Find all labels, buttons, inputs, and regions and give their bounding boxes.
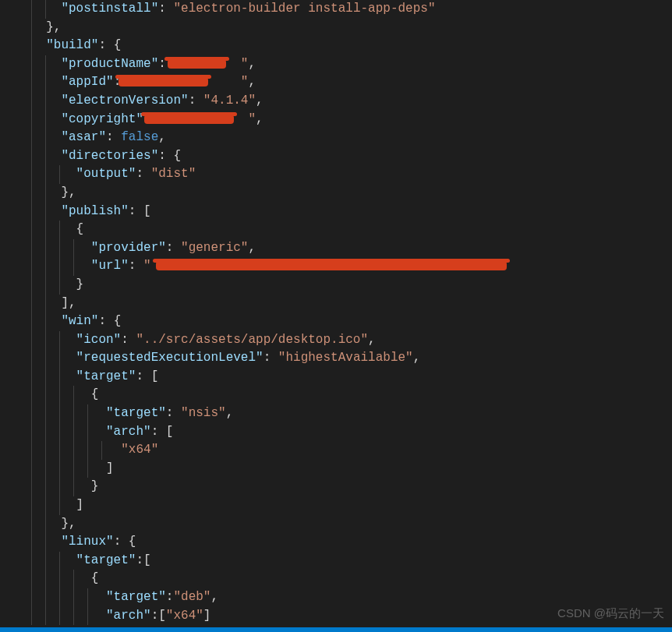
code-line: "icon": "../src/assets/app/desktop.ico", — [31, 331, 672, 350]
code-line: "productName": "C ", — [31, 55, 672, 74]
code-line: "publish": [ — [31, 203, 672, 221]
code-line: "target": "nsis", — [31, 404, 672, 423]
code-line: "postinstall": "electron-builder install… — [31, 0, 672, 19]
code-line: "target": [ — [31, 368, 672, 387]
code-line: "arch": [ — [31, 423, 672, 442]
code-line: "electronVersion": "4.1.4", — [31, 92, 672, 111]
code-line: "win": { — [31, 312, 672, 331]
code-line: "x64" — [31, 441, 672, 460]
code-line: { — [31, 221, 672, 239]
code-line: { — [31, 570, 672, 588]
code-line: "provider": "generic", — [31, 239, 672, 258]
code-line: "asar": false, — [31, 129, 672, 147]
code-line: "arch":["x64"] — [31, 607, 672, 626]
code-line: ] — [31, 460, 672, 478]
code-line: { — [31, 386, 672, 404]
code-line: }, — [31, 515, 672, 534]
code-line: } — [31, 478, 672, 496]
code-line: }, — [31, 184, 672, 203]
code-line: "linux": { — [31, 533, 672, 552]
code-line: ] — [31, 496, 672, 515]
code-line: } — [31, 276, 672, 295]
code-editor[interactable]: "postinstall": "electron-builder install… — [0, 0, 672, 632]
code-line: "target":[ — [31, 552, 672, 570]
status-bar[interactable] — [0, 627, 672, 632]
code-line: "build": { — [31, 37, 672, 55]
code-line: "copyright": " ", — [31, 111, 672, 129]
code-line: "target":"deb", — [31, 588, 672, 607]
code-line: "requestedExecutionLevel": "highestAvail… — [31, 349, 672, 368]
code-line: "appId": " ", — [31, 73, 672, 92]
code-line: "directories": { — [31, 147, 672, 166]
code-line: "output": "dist" — [31, 165, 672, 184]
code-line: }, — [31, 19, 672, 37]
code-line: "url": " " — [31, 257, 672, 276]
code-line: ], — [31, 295, 672, 313]
